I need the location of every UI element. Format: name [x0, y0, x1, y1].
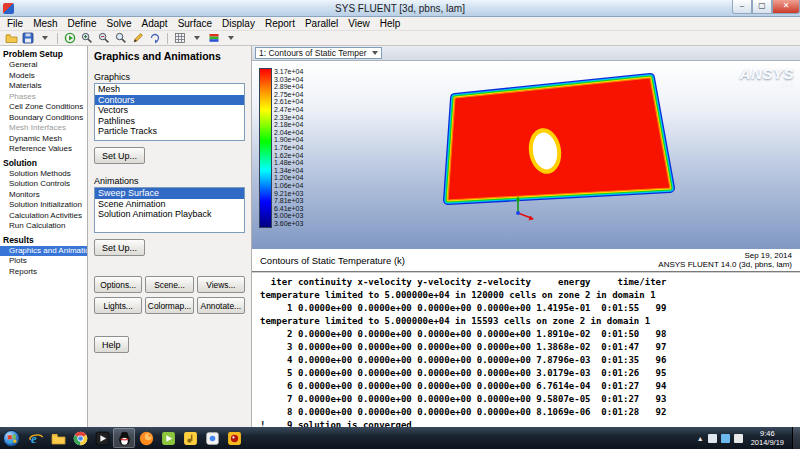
tree-item[interactable]: General [0, 60, 87, 71]
menu-item[interactable]: Report [260, 18, 300, 29]
scene-button[interactable]: Scene... [145, 276, 193, 293]
tree-item[interactable]: Models [0, 71, 87, 82]
console-line: 8 0.0000e+00 0.0000e+00 0.0000e+00 0.000… [260, 406, 800, 419]
animations-set-up-button[interactable]: Set Up... [94, 239, 145, 256]
legend-value: 2.04e+04 [274, 129, 303, 137]
tree-item[interactable]: Mesh Interfaces [0, 123, 87, 134]
animations-list-item[interactable]: Solution Animation Playback [95, 209, 244, 220]
views-button[interactable]: Views... [197, 276, 245, 293]
tree-item[interactable]: Reference Values [0, 144, 87, 155]
minimize-button[interactable]: – [732, 0, 752, 14]
colormap-legend: 3.17e+043.03e+042.89e+042.75e+042.61e+04… [259, 68, 303, 228]
animations-list-item[interactable]: Scene Animation [95, 199, 244, 210]
taskbar-clock[interactable]: 9:46 2014/9/19 [747, 429, 788, 447]
lights-button[interactable]: Lights... [94, 297, 142, 314]
hidden-icons-chevron-icon[interactable]: ▲ [697, 435, 704, 442]
menu-item[interactable]: Mesh [28, 18, 62, 29]
menu-item[interactable]: Solve [101, 18, 136, 29]
close-button[interactable]: ✕ [772, 0, 800, 14]
graphics-list-item[interactable]: Contours [95, 95, 244, 106]
tree-section-solution: Solution [0, 157, 87, 169]
iterate-icon[interactable] [63, 32, 77, 45]
console-output[interactable]: iter continuity x-velocity y-velocity z-… [252, 273, 800, 427]
animations-list-item[interactable]: Sweep Surface [95, 188, 244, 199]
graphics-viewport[interactable]: 3.17e+043.03e+042.89e+042.75e+042.61e+04… [252, 61, 800, 249]
media-player-icon[interactable] [91, 428, 113, 448]
save-options-chevron-icon[interactable] [38, 32, 52, 45]
tree-item[interactable]: Boundary Conditions [0, 113, 87, 124]
annotate-button[interactable]: Annotate... [197, 297, 245, 314]
tree-item[interactable]: Run Calculation [0, 221, 87, 232]
graphics-window-selector[interactable]: 1: Contours of Static Temper [255, 47, 382, 59]
graphics-list-item[interactable]: Mesh [95, 84, 244, 95]
graphics-list-item[interactable]: Particle Tracks [95, 126, 244, 137]
open-icon[interactable] [4, 32, 18, 45]
tree-item[interactable]: Monitors [0, 190, 87, 201]
start-button[interactable] [3, 430, 20, 447]
legend-value: 2.47e+04 [274, 106, 303, 114]
internet-explorer-icon[interactable]: e [25, 428, 47, 448]
menu-item[interactable]: Define [63, 18, 102, 29]
file-explorer-icon[interactable] [47, 428, 69, 448]
ime-indicator-icon[interactable] [734, 434, 743, 443]
tree-item[interactable]: Graphics and Animations [0, 246, 87, 257]
mesh-display-chevron-icon[interactable] [190, 32, 204, 45]
menu-item[interactable]: Surface [173, 18, 217, 29]
menu-item[interactable]: View [343, 18, 375, 29]
tree-item[interactable]: Calculation Activities [0, 211, 87, 222]
video-app-icon[interactable] [157, 428, 179, 448]
menu-item[interactable]: Adapt [137, 18, 173, 29]
graphics-list-item[interactable]: Vectors [95, 105, 244, 116]
tree-solution-items: Solution MethodsSolution ControlsMonitor… [0, 169, 87, 232]
firefox-icon[interactable] [135, 428, 157, 448]
menu-item[interactable]: File [2, 18, 28, 29]
tree-item[interactable]: Solution Controls [0, 179, 87, 190]
notes-app-icon[interactable] [201, 428, 223, 448]
tree-item[interactable]: Solution Initialization [0, 200, 87, 211]
network-icon[interactable] [708, 434, 717, 443]
toolbar [0, 31, 800, 46]
legend-value: 2.33e+04 [274, 114, 303, 122]
colormap-button[interactable]: Colormap... [145, 297, 193, 314]
menu-item[interactable]: Display [217, 18, 260, 29]
music-app-icon[interactable] [179, 428, 201, 448]
contour-display-icon[interactable] [207, 32, 221, 45]
rotate-view-icon[interactable] [148, 32, 162, 45]
graphics-listbox[interactable]: MeshContoursVectorsPathlinesParticle Tra… [94, 83, 245, 141]
help-button[interactable]: Help [94, 336, 129, 353]
tree-item[interactable]: Reports [0, 267, 87, 278]
qq-icon[interactable] [113, 428, 135, 448]
tree-item[interactable]: Dynamic Mesh [0, 134, 87, 145]
legend-value: 1.90e+04 [274, 136, 303, 144]
legend-value: 7.81e+03 [274, 197, 303, 205]
graphics-and-console-pane: 1: Contours of Static Temper [252, 46, 800, 427]
save-icon[interactable] [21, 32, 35, 45]
chrome-icon[interactable] [69, 428, 91, 448]
menu-item[interactable]: Help [375, 18, 406, 29]
tree-problem-setup-items: GeneralModelsMaterialsPhasesCell Zone Co… [0, 60, 87, 155]
show-desktop-button[interactable] [792, 427, 800, 449]
game-app-icon[interactable] [223, 428, 245, 448]
options-button[interactable]: Options... [94, 276, 142, 293]
ansys-logo: ANSYS 14.0 [740, 65, 794, 89]
mesh-display-icon[interactable] [173, 32, 187, 45]
plot-version: ANSYS FLUENT 14.0 (3d, pbns, lam) [658, 260, 792, 270]
tree-item[interactable]: Solution Methods [0, 169, 87, 180]
tree-item[interactable]: Cell Zone Conditions [0, 102, 87, 113]
volume-icon[interactable] [721, 434, 730, 443]
maximize-button[interactable]: ▢ [752, 0, 772, 14]
zoom-out-icon[interactable] [97, 32, 111, 45]
menu-item[interactable]: Parallel [300, 18, 343, 29]
zoom-in-icon[interactable] [80, 32, 94, 45]
graphics-set-up-button[interactable]: Set Up... [94, 147, 145, 164]
tree-item[interactable]: Materials [0, 81, 87, 92]
tree-item[interactable]: Phases [0, 92, 87, 103]
plot-meta: Sep 19, 2014 ANSYS FLUENT 14.0 (3d, pbns… [658, 251, 792, 270]
graphics-list-item[interactable]: Pathlines [95, 116, 244, 127]
annotate-pencil-icon[interactable] [131, 32, 145, 45]
animations-listbox[interactable]: Sweep SurfaceScene AnimationSolution Ani… [94, 187, 245, 233]
zoom-fit-icon[interactable] [114, 32, 128, 45]
contour-display-chevron-icon[interactable] [224, 32, 238, 45]
colormap-gradient-bar [259, 68, 272, 228]
tree-item[interactable]: Plots [0, 256, 87, 267]
